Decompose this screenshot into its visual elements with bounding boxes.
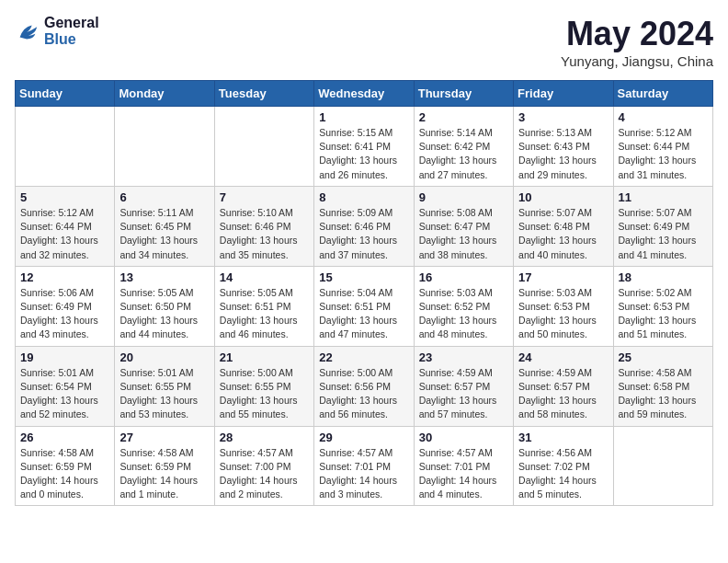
calendar-week-row: 5Sunrise: 5:12 AM Sunset: 6:44 PM Daylig… <box>16 186 713 266</box>
calendar-cell <box>16 107 115 187</box>
calendar-cell: 9Sunrise: 5:08 AM Sunset: 6:47 PM Daylig… <box>414 186 513 266</box>
day-number: 4 <box>619 110 708 124</box>
month-title: May 2024 <box>561 15 713 53</box>
calendar-cell: 1Sunrise: 5:15 AM Sunset: 6:41 PM Daylig… <box>314 107 414 187</box>
day-info: Sunrise: 4:57 AM Sunset: 7:01 PM Dayligh… <box>319 446 408 502</box>
calendar-cell: 11Sunrise: 5:07 AM Sunset: 6:49 PM Dayli… <box>613 186 712 266</box>
day-info: Sunrise: 5:05 AM Sunset: 6:51 PM Dayligh… <box>220 286 309 342</box>
calendar-cell: 18Sunrise: 5:02 AM Sunset: 6:53 PM Dayli… <box>613 266 712 346</box>
day-info: Sunrise: 5:07 AM Sunset: 6:49 PM Dayligh… <box>619 206 708 262</box>
day-number: 18 <box>619 270 708 284</box>
weekday-header-friday: Friday <box>514 81 613 107</box>
calendar-cell: 25Sunrise: 4:58 AM Sunset: 6:58 PM Dayli… <box>613 346 712 426</box>
calendar-table: SundayMondayTuesdayWednesdayThursdayFrid… <box>15 80 713 506</box>
day-info: Sunrise: 5:02 AM Sunset: 6:53 PM Dayligh… <box>619 286 708 342</box>
day-info: Sunrise: 5:00 AM Sunset: 6:55 PM Dayligh… <box>220 366 309 422</box>
calendar-cell: 20Sunrise: 5:01 AM Sunset: 6:55 PM Dayli… <box>115 346 214 426</box>
day-number: 20 <box>119 350 209 364</box>
day-info: Sunrise: 4:58 AM Sunset: 6:59 PM Dayligh… <box>119 446 209 502</box>
day-info: Sunrise: 5:01 AM Sunset: 6:55 PM Dayligh… <box>119 366 209 422</box>
day-info: Sunrise: 5:05 AM Sunset: 6:50 PM Dayligh… <box>119 286 209 342</box>
day-info: Sunrise: 5:08 AM Sunset: 6:47 PM Dayligh… <box>419 206 508 262</box>
calendar-cell: 10Sunrise: 5:07 AM Sunset: 6:48 PM Dayli… <box>514 186 613 266</box>
day-info: Sunrise: 5:11 AM Sunset: 6:45 PM Dayligh… <box>119 206 209 262</box>
day-number: 13 <box>119 270 209 284</box>
weekday-header-saturday: Saturday <box>613 81 712 107</box>
day-number: 7 <box>220 190 309 204</box>
calendar-cell: 8Sunrise: 5:09 AM Sunset: 6:46 PM Daylig… <box>314 186 414 266</box>
day-info: Sunrise: 5:12 AM Sunset: 6:44 PM Dayligh… <box>619 126 708 182</box>
calendar-cell: 21Sunrise: 5:00 AM Sunset: 6:55 PM Dayli… <box>214 346 313 426</box>
weekday-header-tuesday: Tuesday <box>214 81 313 107</box>
day-info: Sunrise: 5:13 AM Sunset: 6:43 PM Dayligh… <box>518 126 608 182</box>
calendar-cell: 12Sunrise: 5:06 AM Sunset: 6:49 PM Dayli… <box>16 266 115 346</box>
day-info: Sunrise: 4:59 AM Sunset: 6:57 PM Dayligh… <box>419 366 508 422</box>
day-number: 6 <box>119 190 209 204</box>
day-info: Sunrise: 5:12 AM Sunset: 6:44 PM Dayligh… <box>20 206 109 262</box>
day-number: 8 <box>319 190 408 204</box>
calendar-week-row: 19Sunrise: 5:01 AM Sunset: 6:54 PM Dayli… <box>16 346 713 426</box>
calendar-cell: 29Sunrise: 4:57 AM Sunset: 7:01 PM Dayli… <box>314 426 414 506</box>
calendar-cell: 16Sunrise: 5:03 AM Sunset: 6:52 PM Dayli… <box>414 266 513 346</box>
day-info: Sunrise: 5:15 AM Sunset: 6:41 PM Dayligh… <box>319 126 408 182</box>
day-info: Sunrise: 4:58 AM Sunset: 6:58 PM Dayligh… <box>619 366 708 422</box>
calendar-cell <box>214 107 313 187</box>
weekday-header-monday: Monday <box>115 81 214 107</box>
calendar-cell: 17Sunrise: 5:03 AM Sunset: 6:53 PM Dayli… <box>514 266 613 346</box>
day-number: 17 <box>518 270 608 284</box>
day-info: Sunrise: 4:58 AM Sunset: 6:59 PM Dayligh… <box>20 446 109 502</box>
day-number: 25 <box>619 350 708 364</box>
day-info: Sunrise: 5:01 AM Sunset: 6:54 PM Dayligh… <box>20 366 109 422</box>
logo: General Blue <box>15 15 99 48</box>
day-info: Sunrise: 5:09 AM Sunset: 6:46 PM Dayligh… <box>319 206 408 262</box>
day-info: Sunrise: 4:59 AM Sunset: 6:57 PM Dayligh… <box>518 366 608 422</box>
calendar-cell: 26Sunrise: 4:58 AM Sunset: 6:59 PM Dayli… <box>16 426 115 506</box>
calendar-cell: 15Sunrise: 5:04 AM Sunset: 6:51 PM Dayli… <box>314 266 414 346</box>
day-number: 23 <box>419 350 508 364</box>
weekday-header-thursday: Thursday <box>414 81 513 107</box>
day-number: 2 <box>419 110 508 124</box>
day-number: 14 <box>220 270 309 284</box>
day-number: 24 <box>518 350 608 364</box>
calendar-cell: 14Sunrise: 5:05 AM Sunset: 6:51 PM Dayli… <box>214 266 313 346</box>
calendar-cell: 22Sunrise: 5:00 AM Sunset: 6:56 PM Dayli… <box>314 346 414 426</box>
day-number: 31 <box>518 431 608 444</box>
calendar-week-row: 1Sunrise: 5:15 AM Sunset: 6:41 PM Daylig… <box>16 107 713 187</box>
day-number: 10 <box>518 190 608 204</box>
day-number: 9 <box>419 190 508 204</box>
calendar-cell <box>115 107 214 187</box>
day-info: Sunrise: 5:07 AM Sunset: 6:48 PM Dayligh… <box>518 206 608 262</box>
day-number: 16 <box>419 270 508 284</box>
calendar-week-row: 12Sunrise: 5:06 AM Sunset: 6:49 PM Dayli… <box>16 266 713 346</box>
calendar-cell: 30Sunrise: 4:57 AM Sunset: 7:01 PM Dayli… <box>414 426 513 506</box>
day-number: 22 <box>319 350 408 364</box>
day-number: 30 <box>419 431 508 444</box>
calendar-cell: 4Sunrise: 5:12 AM Sunset: 6:44 PM Daylig… <box>613 107 712 187</box>
calendar-cell: 5Sunrise: 5:12 AM Sunset: 6:44 PM Daylig… <box>16 186 115 266</box>
weekday-header-wednesday: Wednesday <box>314 81 414 107</box>
day-info: Sunrise: 5:04 AM Sunset: 6:51 PM Dayligh… <box>319 286 408 342</box>
day-number: 12 <box>20 270 109 284</box>
day-number: 5 <box>20 190 109 204</box>
title-block: May 2024 Yunyang, Jiangsu, China <box>561 15 713 69</box>
day-info: Sunrise: 5:03 AM Sunset: 6:52 PM Dayligh… <box>419 286 508 342</box>
calendar-cell: 24Sunrise: 4:59 AM Sunset: 6:57 PM Dayli… <box>514 346 613 426</box>
calendar-cell: 31Sunrise: 4:56 AM Sunset: 7:02 PM Dayli… <box>514 426 613 506</box>
day-number: 29 <box>319 431 408 444</box>
calendar-cell: 27Sunrise: 4:58 AM Sunset: 6:59 PM Dayli… <box>115 426 214 506</box>
weekday-header-row: SundayMondayTuesdayWednesdayThursdayFrid… <box>16 81 713 107</box>
calendar-cell <box>613 426 712 506</box>
day-number: 19 <box>20 350 109 364</box>
calendar-body: 1Sunrise: 5:15 AM Sunset: 6:41 PM Daylig… <box>16 107 713 506</box>
day-number: 26 <box>20 431 109 444</box>
day-info: Sunrise: 5:10 AM Sunset: 6:46 PM Dayligh… <box>220 206 309 262</box>
weekday-header-sunday: Sunday <box>16 81 115 107</box>
day-number: 28 <box>220 431 309 444</box>
calendar-cell: 7Sunrise: 5:10 AM Sunset: 6:46 PM Daylig… <box>214 186 313 266</box>
page-header: General Blue May 2024 Yunyang, Jiangsu, … <box>15 15 713 69</box>
calendar-cell: 23Sunrise: 4:59 AM Sunset: 6:57 PM Dayli… <box>414 346 513 426</box>
location: Yunyang, Jiangsu, China <box>561 53 713 69</box>
day-info: Sunrise: 4:56 AM Sunset: 7:02 PM Dayligh… <box>518 446 608 502</box>
day-number: 3 <box>518 110 608 124</box>
logo-icon <box>15 18 40 44</box>
